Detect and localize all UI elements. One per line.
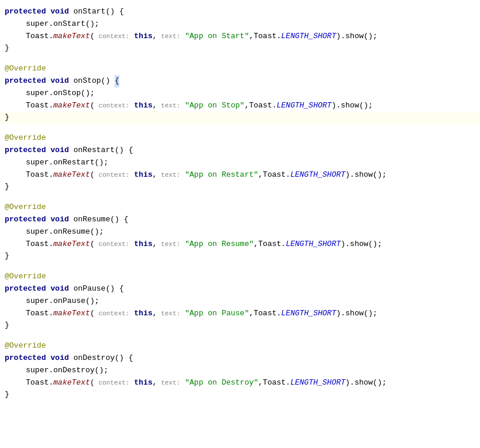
make-text-method: makeText <box>53 238 90 251</box>
keyword-void: void <box>51 283 69 295</box>
line-signature: protected void onStart() { <box>0 6 480 18</box>
separator <box>0 333 480 339</box>
line-super: super.onResume(); <box>0 226 480 238</box>
make-text-method: makeText <box>53 31 90 43</box>
this-keyword: this <box>134 169 152 181</box>
line-override: @Override <box>0 63 480 75</box>
super-call: super.onResume(); <box>26 226 104 238</box>
text-label: text: <box>157 101 180 112</box>
make-text-method: makeText <box>53 308 90 320</box>
toast-class: Toast. <box>26 377 53 389</box>
line-close-brace: } <box>0 42 480 55</box>
length-short-const: LENGTH_SHORT <box>290 377 345 389</box>
this-keyword: this <box>134 238 152 251</box>
super-call: super.onStop(); <box>26 87 95 100</box>
line-override: @Override <box>0 271 480 283</box>
block-onStop: @Override protected void onStop() { supe… <box>0 62 480 125</box>
line-toast: Toast.makeText( context: this, text: "Ap… <box>0 308 480 320</box>
length-short-const: LENGTH_SHORT <box>290 169 345 181</box>
length-short-const: LENGTH_SHORT <box>281 308 337 320</box>
block-onResume: @Override protected void onResume() { su… <box>0 200 480 264</box>
length-short-const: LENGTH_SHORT <box>277 100 332 112</box>
keyword-void: void <box>51 6 69 18</box>
keyword-void: void <box>51 352 69 365</box>
keyword-void: void <box>51 144 69 157</box>
keyword-protected: protected <box>5 283 46 295</box>
text-label: text: <box>157 240 180 250</box>
override-annotation: @Override <box>5 201 46 214</box>
string-value: "App on Stop" <box>185 100 244 112</box>
make-text-method: makeText <box>53 100 90 112</box>
keyword-protected: protected <box>5 6 46 18</box>
line-super: super.onStop(); <box>0 87 480 100</box>
toast-class: Toast. <box>26 238 53 251</box>
line-close-brace: } <box>0 389 480 401</box>
string-value: "App on Destroy" <box>185 377 259 389</box>
line-signature: protected void onRestart() { <box>0 144 480 157</box>
line-super: super.onStart(); <box>0 18 480 31</box>
context-label: context: <box>95 378 129 389</box>
separator <box>0 194 480 200</box>
line-super: super.onRestart(); <box>0 157 480 169</box>
string-value: "App on Pause" <box>185 308 249 320</box>
length-short-const: LENGTH_SHORT <box>281 31 337 43</box>
line-super: super.onPause(); <box>0 295 480 308</box>
toast-class: Toast. <box>26 308 53 320</box>
block-onRestart: @Override protected void onRestart() { s… <box>0 131 480 194</box>
override-annotation: @Override <box>5 340 46 352</box>
super-call: super.onPause(); <box>26 295 99 308</box>
line-override: @Override <box>0 132 480 144</box>
line-toast: Toast.makeText( context: this, text: "Ap… <box>0 377 480 389</box>
toast-class: Toast. <box>26 31 53 43</box>
super-call: super.onStart(); <box>26 18 99 31</box>
line-signature: protected void onDestroy() { <box>0 352 480 365</box>
text-label: text: <box>157 32 180 42</box>
context-label: context: <box>95 170 129 181</box>
this-keyword: this <box>134 100 152 112</box>
separator <box>0 125 480 131</box>
text-label: text: <box>157 378 180 389</box>
toast-class: Toast. <box>26 100 53 112</box>
code-editor: protected void onStart() { super.onStart… <box>0 0 480 407</box>
line-close-brace: } <box>0 181 480 193</box>
line-override: @Override <box>0 340 480 352</box>
keyword-protected: protected <box>5 144 46 157</box>
context-label: context: <box>95 309 129 319</box>
line-super: super.onDestroy(); <box>0 365 480 377</box>
length-short-const: LENGTH_SHORT <box>286 238 341 251</box>
keyword-protected: protected <box>5 75 46 87</box>
override-annotation: @Override <box>5 132 46 144</box>
make-text-method: makeText <box>53 377 90 389</box>
line-close-brace-highlighted: } <box>0 112 480 124</box>
keyword-void: void <box>51 214 69 226</box>
toast-class: Toast. <box>26 169 53 181</box>
block-onPause: @Override protected void onPause() { sup… <box>0 270 480 333</box>
this-keyword: this <box>134 377 152 389</box>
line-toast: Toast.makeText( context: this, text: "Ap… <box>0 238 480 251</box>
string-value: "App on Resume" <box>185 238 254 251</box>
line-toast: Toast.makeText( context: this, text: "Ap… <box>0 169 480 181</box>
keyword-protected: protected <box>5 352 46 365</box>
line-signature: protected void onResume() { <box>0 214 480 226</box>
block-onStart: protected void onStart() { super.onStart… <box>0 5 480 56</box>
override-annotation: @Override <box>5 271 46 283</box>
line-toast: Toast.makeText( context: this, text: "Ap… <box>0 31 480 43</box>
separator <box>0 56 480 62</box>
string-value: "App on Restart" <box>185 169 259 181</box>
context-label: context: <box>95 32 129 42</box>
this-keyword: this <box>134 308 152 320</box>
super-call: super.onDestroy(); <box>26 365 108 377</box>
line-signature: protected void onStop() { <box>0 75 480 87</box>
line-signature: protected void onPause() { <box>0 283 480 295</box>
make-text-method: makeText <box>53 169 90 181</box>
keyword-void: void <box>51 75 69 87</box>
block-onDestroy: @Override protected void onDestroy() { s… <box>0 339 480 402</box>
override-annotation: @Override <box>5 63 46 75</box>
context-label: context: <box>95 101 129 112</box>
open-brace-highlighted: { <box>115 75 119 87</box>
super-call: super.onRestart(); <box>26 157 108 169</box>
separator <box>0 264 480 270</box>
line-close-brace: } <box>0 319 480 332</box>
context-label: context: <box>95 240 129 250</box>
line-close-brace: } <box>0 250 480 262</box>
